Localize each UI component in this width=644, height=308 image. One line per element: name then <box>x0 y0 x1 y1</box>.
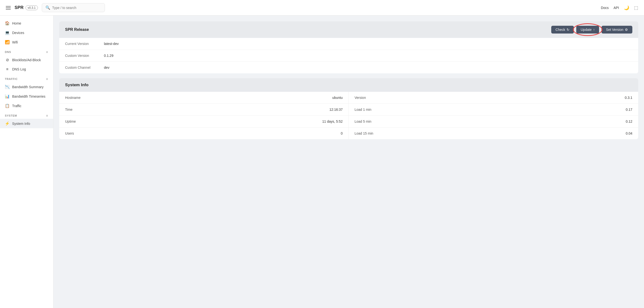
custom-version-value: 0.1.29 <box>104 54 114 58</box>
system-info-right-col: Version 0.3.1 Load 1 min 0.17 Load 5 min… <box>349 92 638 139</box>
time-row: Time 12:16:37 <box>59 104 348 116</box>
sidebar-item-dns-log-label: DNS Log <box>12 67 26 71</box>
traffic-icon: 📋 <box>5 104 10 108</box>
sidebar-item-bandwidth-summary[interactable]: 📉 Bandwidth Summary <box>0 82 53 92</box>
version-value: 0.3.1 <box>625 96 632 100</box>
sidebar-item-traffic-label: Traffic <box>12 104 21 108</box>
sidebar-item-devices-label: Devices <box>12 31 24 35</box>
sidebar-item-system-info[interactable]: ⚡ System Info <box>0 119 53 128</box>
hamburger-menu[interactable] <box>6 6 11 10</box>
system-info-icon: ⚡ <box>5 121 10 126</box>
sidebar-item-system-info-label: System Info <box>12 122 30 126</box>
users-value: 0 <box>341 132 343 135</box>
sidebar-item-traffic[interactable]: 📋 Traffic <box>0 101 53 110</box>
time-value: 12:16:37 <box>330 108 343 112</box>
section-dns-label: DNS <box>5 50 11 54</box>
spr-release-actions: Check ↻ Update ↑ Set Version ⚙ <box>551 26 632 34</box>
check-label: Check <box>556 28 565 32</box>
load5-row: Load 5 min 0.12 <box>349 116 638 128</box>
blocklist-icon: ⊘ <box>5 58 10 62</box>
sidebar-item-home-label: Home <box>12 22 21 25</box>
sidebar-item-bandwidth-timeseries-label: Bandwidth Timeseries <box>12 94 46 98</box>
section-traffic[interactable]: TRAFFIC ∧ <box>0 74 53 82</box>
main-content: SPR Release Check ↻ Update ↑ <box>54 16 644 308</box>
system-info-title: System Info <box>59 78 638 92</box>
sidebar: 🏠 Home 💻 Devices 📶 Wifi DNS ∧ ⊘ Blocklis… <box>0 16 54 308</box>
body-container: 🏠 Home 💻 Devices 📶 Wifi DNS ∧ ⊘ Blocklis… <box>0 16 644 308</box>
spr-release-card: SPR Release Check ↻ Update ↑ <box>59 22 638 73</box>
hostname-label: Hostname <box>65 96 80 100</box>
search-icon: 🔍 <box>46 5 50 10</box>
dark-mode-icon[interactable]: 🌙 <box>624 5 629 10</box>
load15-row: Load 15 min 0.04 <box>349 128 638 139</box>
version-label: Version <box>354 96 366 100</box>
app-container: SPR v0.3.1 🔍 Docs API 🌙 ⬚ 🏠 Home 💻 Devic… <box>0 0 644 308</box>
version-badge: v0.3.1 <box>26 5 38 10</box>
users-row: Users 0 <box>59 128 348 139</box>
sidebar-item-bandwidth-timeseries[interactable]: 📊 Bandwidth Timeseries <box>0 92 53 101</box>
uptime-label: Uptime <box>65 120 76 124</box>
spr-release-title: SPR Release <box>65 28 89 32</box>
sidebar-item-wifi-label: Wifi <box>12 40 18 44</box>
sidebar-item-blocklists-label: Blocklists/Ad-Block <box>12 58 41 62</box>
current-version-row: Current Version latest-dev <box>59 38 638 50</box>
search-box[interactable]: 🔍 <box>42 3 105 12</box>
sidebar-item-wifi[interactable]: 📶 Wifi <box>0 38 53 47</box>
custom-channel-value: dev <box>104 66 110 70</box>
custom-version-row: Custom Version 0.1.29 <box>59 50 638 62</box>
upload-icon: ↑ <box>593 28 595 32</box>
logo: SPR v0.3.1 <box>14 5 38 10</box>
set-version-label: Set Version <box>606 28 623 32</box>
api-link[interactable]: API <box>614 6 619 10</box>
update-button[interactable]: Update ↑ <box>576 26 599 34</box>
system-info-card: System Info Hostname ubuntu Time 12:16:3… <box>59 78 638 139</box>
bandwidth-summary-icon: 📉 <box>5 84 10 89</box>
docs-link[interactable]: Docs <box>601 6 609 10</box>
devices-icon: 💻 <box>5 30 10 35</box>
check-button[interactable]: Check ↻ <box>551 26 574 34</box>
current-version-value: latest-dev <box>104 42 119 46</box>
sidebar-item-devices[interactable]: 💻 Devices <box>0 28 53 38</box>
sidebar-item-blocklists[interactable]: ⊘ Blocklists/Ad-Block <box>0 55 53 64</box>
update-highlight: Update ↑ <box>576 26 599 34</box>
set-version-button[interactable]: Set Version ⚙ <box>602 26 632 34</box>
section-system-label: SYSTEM <box>5 114 17 117</box>
section-dns[interactable]: DNS ∧ <box>0 47 53 55</box>
custom-version-label: Custom Version <box>65 54 104 58</box>
sidebar-item-home[interactable]: 🏠 Home <box>0 18 53 28</box>
logout-icon[interactable]: ⬚ <box>634 5 638 10</box>
hostname-value: ubuntu <box>332 96 343 100</box>
uptime-value: 11 days, 5:52 <box>322 120 343 124</box>
chevron-dns-icon: ∧ <box>46 50 48 54</box>
sidebar-item-bandwidth-summary-label: Bandwidth Summary <box>12 85 44 89</box>
current-version-label: Current Version <box>65 42 104 46</box>
spr-release-header: SPR Release Check ↻ Update ↑ <box>59 22 638 38</box>
load5-label: Load 5 min <box>354 120 371 124</box>
chevron-traffic-icon: ∧ <box>46 77 48 81</box>
custom-channel-row: Custom Channel dev <box>59 62 638 73</box>
header-actions: Docs API 🌙 ⬚ <box>601 5 638 10</box>
load1-row: Load 1 min 0.17 <box>349 104 638 116</box>
sidebar-item-dns-log[interactable]: ≡ DNS Log <box>0 64 53 74</box>
settings-icon: ⚙ <box>625 28 628 32</box>
chevron-system-icon: ∧ <box>46 114 48 117</box>
uptime-row: Uptime 11 days, 5:52 <box>59 116 348 128</box>
load15-value: 0.04 <box>626 132 632 135</box>
custom-channel-label: Custom Channel <box>65 66 104 70</box>
refresh-icon: ↻ <box>566 28 570 32</box>
load1-label: Load 1 min <box>354 108 371 112</box>
system-info-left-col: Hostname ubuntu Time 12:16:37 Uptime 11 … <box>59 92 349 139</box>
users-label: Users <box>65 132 74 135</box>
wifi-icon: 📶 <box>5 40 10 44</box>
load1-value: 0.17 <box>626 108 632 112</box>
home-icon: 🏠 <box>5 21 10 26</box>
section-system[interactable]: SYSTEM ∧ <box>0 110 53 119</box>
load15-label: Load 15 min <box>354 132 373 135</box>
update-label: Update <box>580 28 592 32</box>
header: SPR v0.3.1 🔍 Docs API 🌙 ⬚ <box>0 0 644 16</box>
dns-log-icon: ≡ <box>5 67 10 72</box>
time-label: Time <box>65 108 72 112</box>
load5-value: 0.12 <box>626 120 632 124</box>
search-input[interactable] <box>52 6 101 10</box>
bandwidth-timeseries-icon: 📊 <box>5 94 10 98</box>
